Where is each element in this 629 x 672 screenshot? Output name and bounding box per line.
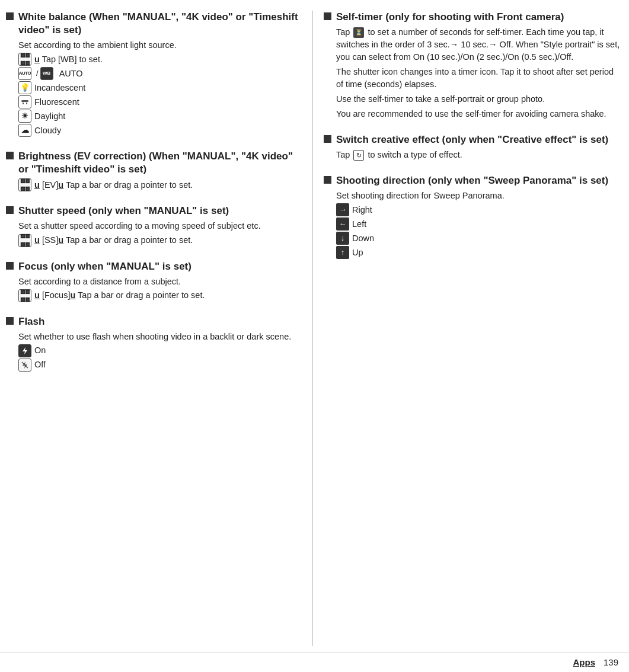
svg-rect-0 (21, 100, 28, 102)
bullet-square-creative (324, 135, 331, 143)
section-body-brightness: ▦▦▦▦ u [EV]u Tap a bar or drag a pointer… (18, 178, 305, 191)
section-body-self-timer: Tap ⏳ to set a number of seconds for sel… (336, 26, 623, 120)
flash-on-icon (18, 344, 31, 357)
section-shutter-speed: Shutter speed (only when "MANUAL" is set… (6, 204, 305, 247)
bullet-square (6, 12, 14, 20)
grid-icon-ev: ▦▦▦▦ (18, 178, 31, 191)
section-body-white-balance: Set according to the ambient light sourc… (18, 39, 305, 137)
section-title-direction: Shooting direction (only when "Sweep Pan… (324, 174, 623, 187)
incandescent-row: 💡 Incandescent (18, 81, 305, 94)
auto-wb-row: AUTO / WB AUTO (18, 67, 305, 80)
section-body-creative: Tap ↻ to switch a type of effect. (336, 149, 623, 161)
right-column: Self-timer (only for shooting with Front… (313, 11, 623, 646)
section-flash: Flash Set whether to use flash when shoo… (6, 315, 305, 372)
daylight-row: ☀ Daylight (18, 110, 305, 123)
section-shooting-direction: Shooting direction (only when "Sweep Pan… (324, 174, 623, 259)
bullet-square-flash (6, 317, 14, 325)
wb-icon: WB (40, 67, 53, 80)
down-icon: ↓ (336, 232, 349, 245)
section-title-brightness: Brightness (EV correction) (When "MANUAL… (6, 150, 305, 176)
left-column: White balance (When "MANUAL", "4K video"… (6, 11, 313, 646)
footer: Apps 139 (0, 652, 629, 672)
svg-rect-1 (23, 103, 24, 104)
apps-label: Apps (573, 657, 595, 667)
svg-marker-3 (23, 347, 27, 354)
section-brightness: Brightness (EV correction) (When "MANUAL… (6, 150, 305, 191)
incandescent-icon: 💡 (18, 81, 31, 94)
left-icon: ← (336, 217, 349, 231)
section-title-shutter: Shutter speed (only when "MANUAL" is set… (6, 204, 305, 217)
focus-row: ▦▦▦▦ u [Focus]u Tap a bar or drag a poin… (18, 289, 305, 302)
shutter-row: ▦▦▦▦ u [SS]u Tap a bar or drag a pointer… (18, 234, 305, 247)
grid-icon-focus: ▦▦▦▦ (18, 289, 31, 302)
section-title-creative: Switch creative effect (only when "Creat… (324, 133, 623, 146)
fluorescent-row: Fluorescent (18, 95, 305, 108)
flash-on-row: On (18, 344, 305, 357)
section-creative-effect: Switch creative effect (only when "Creat… (324, 133, 623, 161)
bullet-square-direction (324, 176, 331, 184)
flash-off-row: Off (18, 359, 305, 372)
svg-rect-2 (26, 103, 27, 104)
section-body-shutter: Set a shutter speed according to a movin… (18, 220, 305, 247)
page-number: 139 (604, 657, 618, 667)
wb-tap-row: ▦▦▦▦ u Tap [WB] to set. (18, 53, 305, 66)
direction-down-row: ↓ Down (336, 232, 623, 245)
fluorescent-icon (18, 95, 31, 108)
section-self-timer: Self-timer (only for shooting with Front… (324, 11, 623, 120)
bullet-square-self-timer (324, 12, 331, 20)
auto-icon: AUTO (18, 67, 31, 80)
cloudy-row: ☁ Cloudy (18, 124, 305, 137)
section-body-direction: Set shooting direction for Sweep Panoram… (336, 190, 623, 259)
cloudy-icon: ☁ (18, 124, 31, 137)
direction-up-row: ↑ Up (336, 246, 623, 259)
section-title-focus: Focus (only when "MANUAL" is set) (6, 260, 305, 273)
section-white-balance: White balance (When "MANUAL", "4K video"… (6, 11, 305, 137)
bullet-square-focus (6, 262, 14, 270)
section-focus: Focus (only when "MANUAL" is set) Set ac… (6, 260, 305, 302)
right-icon: → (336, 203, 349, 216)
direction-right-row: → Right (336, 203, 623, 216)
up-icon: ↑ (336, 246, 349, 259)
creative-effect-icon: ↻ (353, 150, 364, 161)
bullet-square-brightness (6, 152, 14, 159)
flash-off-icon (18, 359, 31, 372)
brightness-row: ▦▦▦▦ u [EV]u Tap a bar or drag a pointer… (18, 178, 305, 191)
section-title-flash: Flash (6, 315, 305, 328)
daylight-icon: ☀ (18, 110, 31, 123)
self-timer-icon: ⏳ (353, 27, 364, 38)
bullet-square-shutter (6, 206, 14, 214)
grid-icon: ▦▦▦▦ (18, 53, 31, 66)
grid-icon-ss: ▦▦▦▦ (18, 234, 31, 247)
section-body-flash: Set whether to use flash when shooting v… (18, 331, 305, 372)
section-title-white-balance: White balance (When "MANUAL", "4K video"… (6, 11, 305, 37)
section-title-self-timer: Self-timer (only for shooting with Front… (324, 11, 623, 24)
direction-left-row: ← Left (336, 217, 623, 231)
section-body-focus: Set according to a distance from a subje… (18, 276, 305, 302)
